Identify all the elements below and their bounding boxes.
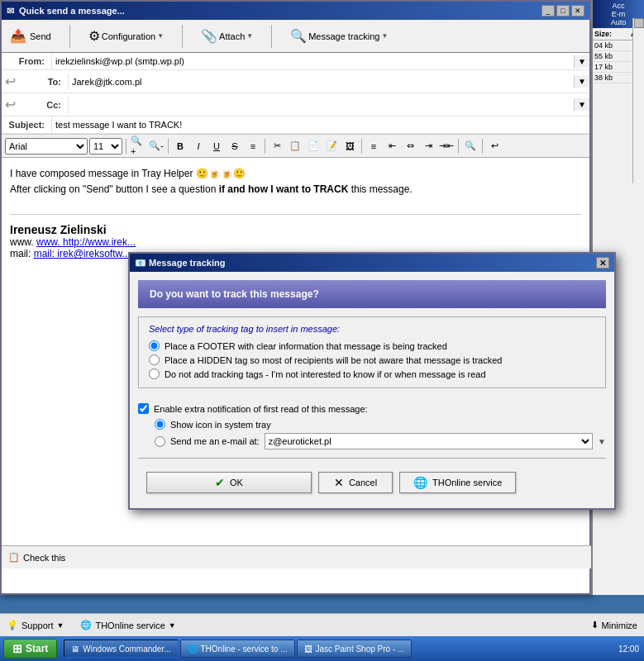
taskbar-item-0[interactable]: 🖥 Windows Commander... — [64, 640, 178, 658]
strikethrough2-button[interactable]: ≡ — [245, 138, 261, 155]
size-col-header: Size: — [594, 30, 631, 38]
email-toolbar: 📤 Send ⚙ Configuration ▼ 📎 Attach ▼ 🔍 Me… — [2, 20, 589, 53]
to-row: ↩ To: ▼ — [2, 70, 589, 93]
dialog-close-button[interactable]: ✕ — [596, 257, 609, 269]
taskbar-item-2-icon: 🖼 — [304, 644, 312, 654]
send-email-row: Send me an e-mail at: z@euroticket.pl ▼ — [155, 431, 606, 451]
check-this-button[interactable]: 📋 Check this — [8, 552, 65, 563]
align-left-button[interactable]: ⇤ — [384, 138, 400, 155]
font-select[interactable]: Arial — [5, 138, 88, 155]
send-email-radio[interactable] — [155, 436, 165, 447]
cc-input-wrap: ▼ — [68, 97, 589, 113]
email-dropdown[interactable]: z@euroticket.pl — [265, 433, 593, 449]
italic-button[interactable]: I — [190, 138, 207, 155]
zoom-out-button[interactable]: 🔍- — [148, 138, 165, 155]
subject-label: Subject: — [2, 117, 51, 133]
minimize-button[interactable]: _ — [541, 5, 555, 17]
support-button[interactable]: 💡 Support ▼ — [7, 620, 64, 630]
extra-notification-section: Enable extra notification of first read … — [138, 397, 606, 458]
thonline-button[interactable]: 🌐 THOnline service — [399, 472, 516, 493]
cancel-button[interactable]: ✕ Cancel — [318, 472, 393, 493]
option2-radio[interactable] — [149, 354, 160, 365]
format2-button[interactable]: 🖼 — [341, 138, 358, 155]
taskbar-item-1-icon: 🌐 — [188, 644, 198, 654]
dialog-title-text: Message tracking — [149, 258, 225, 268]
sig-name: Ireneusz Zielinski — [10, 223, 581, 236]
paste-button[interactable]: 📄 — [305, 138, 322, 155]
bold-button[interactable]: B — [172, 138, 188, 155]
find-button[interactable]: 🔍 — [462, 138, 479, 155]
email-dropdown-arrow: ▼ — [598, 437, 606, 446]
right-panel-scrollbar[interactable] — [632, 18, 644, 183]
ok-label: OK — [230, 478, 243, 487]
send-button[interactable]: 📤 Send — [5, 26, 56, 46]
align-center-button[interactable]: ⇔ — [402, 138, 418, 155]
taskbar-item-2[interactable]: 🖼 Jasc Paint Shop Pro - ... — [297, 640, 413, 658]
screen-bottom-bar: 💡 Support ▼ 🌐 THOnline service ▼ ⬇ Minim… — [0, 613, 644, 636]
start-icon: ⊞ — [12, 642, 22, 655]
zoom-in-button[interactable]: 🔍+ — [130, 138, 146, 155]
show-icon-radio[interactable] — [155, 419, 165, 430]
cc-input[interactable] — [69, 97, 574, 113]
fmt-sep-5 — [458, 139, 459, 154]
from-input-wrap: ▼ — [51, 53, 589, 69]
subject-input[interactable] — [52, 117, 589, 133]
undo-button[interactable]: ↩ — [486, 138, 503, 155]
copy-button[interactable]: 📋 — [287, 138, 303, 155]
maximize-button[interactable]: □ — [556, 5, 570, 17]
cc-dropdown-btn[interactable]: ▼ — [574, 98, 589, 111]
format-button[interactable]: 📝 — [323, 138, 340, 155]
to-label: To: — [18, 74, 68, 90]
from-dropdown-btn[interactable]: ▼ — [574, 55, 589, 68]
align-right-button[interactable]: ⇥ — [420, 138, 436, 155]
to-icon: ↩ — [2, 70, 18, 93]
cc-icon: ↩ — [2, 93, 18, 116]
email-window-titlebar: ✉ Quick send a message... _ □ ✕ — [2, 2, 589, 20]
configuration-button[interactable]: ⚙ Configuration ▼ — [83, 26, 169, 46]
enable-notification-row: Enable extra notification of first read … — [138, 400, 606, 417]
start-label: Start — [26, 643, 48, 654]
from-input[interactable] — [52, 53, 574, 69]
attach-dropdown-arrow: ▼ — [246, 32, 253, 40]
config-label: Configuration — [102, 31, 155, 41]
support-label: Support — [21, 621, 54, 630]
minimize-button[interactable]: ⬇ Minimize — [591, 620, 637, 630]
start-button[interactable]: ⊞ Start — [3, 639, 57, 659]
message-tracking-button[interactable]: 🔍 Message tracking ▼ — [285, 26, 393, 46]
clock: 12:00 — [618, 644, 639, 654]
enable-notification-checkbox[interactable] — [138, 403, 149, 414]
option1-radio[interactable] — [149, 340, 160, 351]
option2-label: Place a HIDDEN tag so most of recipients… — [165, 355, 502, 365]
dialog-titlebar: 📧 Message tracking ✕ — [130, 254, 614, 272]
list-button[interactable]: ≡ — [365, 138, 382, 155]
show-icon-label: Show icon in system tray — [170, 420, 271, 430]
send-icon: 📤 — [10, 28, 26, 44]
scroll-thumb[interactable] — [634, 18, 644, 28]
strikethrough-button[interactable]: S — [227, 138, 243, 155]
size-select[interactable]: 11 — [89, 138, 122, 155]
dialog-question: Do you want to track this message? — [138, 280, 606, 308]
thonline-service-button[interactable]: 🌐 THOnline service ▼ — [80, 620, 175, 630]
close-button[interactable]: ✕ — [571, 5, 584, 17]
option3-radio[interactable] — [149, 369, 160, 379]
check-label: Check this — [23, 553, 65, 563]
to-input-wrap: ▼ — [68, 74, 589, 90]
attach-button[interactable]: 📎 Attach ▼ — [196, 26, 258, 46]
body-line1: I have composed message in Tray Helper 🙂… — [10, 166, 581, 182]
thonline-service-icon: 🌐 — [80, 620, 92, 630]
ok-button[interactable]: ✔ OK — [146, 472, 312, 493]
to-input[interactable] — [69, 74, 574, 90]
option2-row: Place a HIDDEN tag so most of recipients… — [149, 353, 595, 367]
to-dropdown-btn[interactable]: ▼ — [574, 75, 589, 88]
config-dropdown-arrow: ▼ — [157, 32, 164, 40]
fmt-sep-1 — [126, 139, 126, 154]
cut-button[interactable]: ✂ — [269, 138, 285, 155]
fmt-sep-6 — [482, 139, 483, 154]
dialog-body: Do you want to track this message? Selec… — [130, 272, 614, 508]
underline-button[interactable]: U — [208, 138, 225, 155]
align-justify-button[interactable]: ⇥⇤ — [438, 138, 455, 155]
taskbar-item-1[interactable]: 🌐 THOnline - service to ... — [180, 640, 295, 658]
support-dropdown-arrow: ▼ — [57, 621, 64, 630]
tracking-label: Message tracking — [308, 31, 379, 41]
toolbar-sep-3 — [271, 25, 272, 48]
